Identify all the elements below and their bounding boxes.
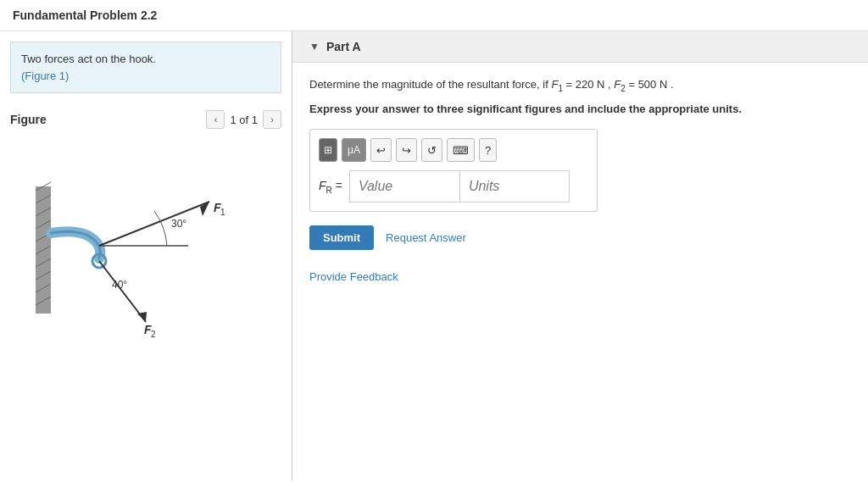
figure-svg: F 1 30° F 2 40° <box>27 136 264 339</box>
feedback-link[interactable]: Provide Feedback <box>309 270 851 283</box>
part-a-content: Determine the magnitude of the resultant… <box>292 63 868 297</box>
figure-link[interactable]: (Figure 1) <box>21 69 69 82</box>
problem-description: Two forces act on the hook. (Figure 1) <box>10 42 281 93</box>
redo-button[interactable]: ↪ <box>396 138 417 162</box>
undo-button[interactable]: ↩ <box>370 138 392 162</box>
request-answer-link[interactable]: Request Answer <box>386 231 466 244</box>
question-text: Determine the magnitude of the resultant… <box>309 76 851 96</box>
units-input[interactable] <box>459 170 570 203</box>
keyboard-icon: ⌨ <box>453 144 469 157</box>
help-button[interactable]: ? <box>479 138 497 162</box>
main-layout: Two forces act on the hook. (Figure 1) F… <box>0 31 868 480</box>
mu-button[interactable]: μA <box>342 138 366 162</box>
hook-body <box>51 231 100 258</box>
refresh-icon: ↺ <box>427 144 437 157</box>
collapse-icon[interactable]: ▼ <box>309 41 320 53</box>
page-header: Fundamental Problem 2.2 <box>0 0 868 31</box>
f1-subscript: 1 <box>220 208 225 217</box>
undo-icon: ↩ <box>376 144 386 157</box>
f2-line <box>99 261 146 322</box>
keyboard-button[interactable]: ⌨ <box>447 138 475 162</box>
next-figure-button[interactable]: › <box>263 110 281 129</box>
question-instruction: Express your answer to three significant… <box>309 101 851 118</box>
figure-section: Figure ‹ 1 of 1 › <box>0 103 292 346</box>
right-panel: ▼ Part A Determine the magnitude of the … <box>292 31 868 480</box>
prev-figure-button[interactable]: ‹ <box>206 110 225 129</box>
page-title: Fundamental Problem 2.2 <box>13 8 157 22</box>
part-a-header: ▼ Part A <box>292 31 868 63</box>
description-text: Two forces act on the hook. <box>21 53 156 65</box>
redo-icon: ↪ <box>402 144 411 157</box>
left-panel: Two forces act on the hook. (Figure 1) F… <box>0 31 292 480</box>
figure-counter: 1 of 1 <box>230 114 258 126</box>
f1-line <box>99 202 209 246</box>
toolbar: ⊞ μA ↩ ↪ ↺ ⌨ <box>319 138 588 162</box>
value-input[interactable] <box>349 170 459 203</box>
answer-box: ⊞ μA ↩ ↪ ↺ ⌨ <box>309 129 598 212</box>
help-icon: ? <box>485 144 491 157</box>
figure-canvas: F 1 30° F 2 40° <box>27 136 264 339</box>
figure-title: Figure <box>10 113 47 126</box>
f2-arrowhead <box>137 312 147 322</box>
figure-header: Figure ‹ 1 of 1 › <box>10 110 281 129</box>
matrix-button[interactable]: ⊞ <box>319 138 337 162</box>
action-row: Submit Request Answer <box>309 225 851 250</box>
angle1-label: 30° <box>171 218 186 230</box>
submit-button[interactable]: Submit <box>309 225 374 250</box>
matrix-icon: ⊞ <box>324 144 332 156</box>
refresh-button[interactable]: ↺ <box>421 138 442 162</box>
angle1-arc <box>154 211 167 246</box>
part-a-title: Part A <box>326 40 361 53</box>
figure-nav: ‹ 1 of 1 › <box>206 110 281 129</box>
angle2-label: 40° <box>112 279 127 291</box>
equation-label: FR = <box>319 179 342 195</box>
f2-subscript: 2 <box>151 330 156 339</box>
input-row: FR = <box>319 170 588 203</box>
mu-label: μA <box>348 144 360 156</box>
